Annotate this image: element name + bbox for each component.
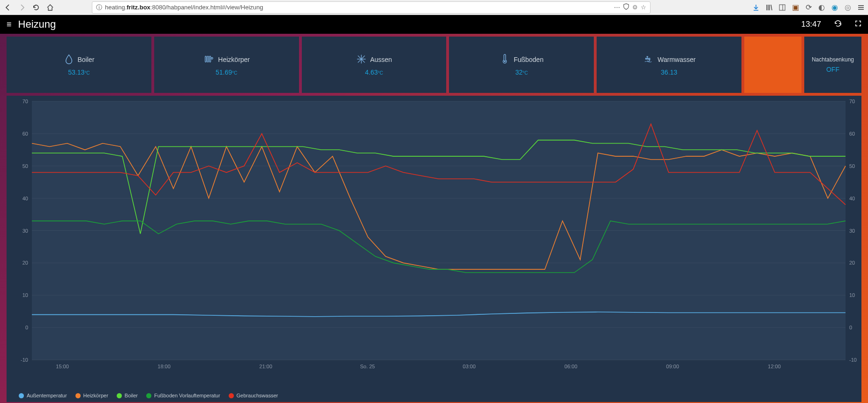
svg-text:21:00: 21:00 bbox=[259, 364, 272, 369]
legend-item[interactable]: Fußboden Vorlauftemperatur bbox=[146, 393, 220, 398]
info-icon: ⓘ bbox=[96, 3, 102, 12]
tile-label: Fußboden bbox=[514, 56, 544, 63]
url-text: heating.fritz.box:8080/habpanel/index.ht… bbox=[105, 4, 611, 11]
ext-icon-2[interactable]: ⟳ bbox=[804, 3, 813, 12]
reload-button[interactable] bbox=[31, 2, 41, 13]
legend-dot-icon bbox=[146, 393, 151, 398]
legend-label: Heizkörper bbox=[83, 393, 108, 398]
tiles-row: Boiler 53.13°C Heizkörper 51.69°C Aussen… bbox=[0, 34, 868, 96]
fullscreen-icon[interactable] bbox=[855, 20, 861, 29]
tile-warmwasser[interactable]: Warmwasser 36.13 bbox=[597, 37, 741, 93]
svg-text:10: 10 bbox=[22, 292, 28, 298]
browser-chrome: ⓘ heating.fritz.box:8080/habpanel/index.… bbox=[0, 0, 868, 15]
menu-icon[interactable] bbox=[857, 3, 865, 12]
header-clock: 13:47 bbox=[801, 20, 821, 29]
chart-svg[interactable]: -10-1000101020203030404050506060707015:0… bbox=[7, 96, 861, 402]
tile-nachtabsenkung[interactable]: Nachtabsenkung OFF bbox=[804, 37, 861, 93]
tile-value: 4.63°C bbox=[365, 68, 383, 76]
svg-text:15:00: 15:00 bbox=[56, 364, 69, 369]
sidebar-icon[interactable] bbox=[778, 3, 786, 12]
bookmark-star-icon[interactable]: ☆ bbox=[641, 4, 646, 11]
legend-dot-icon bbox=[117, 393, 122, 398]
home-button[interactable] bbox=[45, 2, 55, 13]
ext-icon-5[interactable]: ◎ bbox=[844, 3, 852, 12]
svg-rect-3 bbox=[208, 56, 209, 62]
legend-item[interactable]: Boiler bbox=[117, 393, 138, 398]
tile-aussen[interactable]: Aussen 4.63°C bbox=[302, 37, 447, 93]
svg-text:06:00: 06:00 bbox=[564, 364, 577, 369]
svg-text:40: 40 bbox=[22, 196, 28, 201]
svg-text:20: 20 bbox=[849, 260, 855, 266]
svg-text:70: 70 bbox=[22, 99, 28, 104]
svg-point-10 bbox=[504, 60, 506, 62]
hamburger-icon[interactable]: ≡ bbox=[7, 20, 12, 30]
svg-text:50: 50 bbox=[849, 163, 855, 169]
svg-text:-10: -10 bbox=[21, 357, 28, 363]
svg-text:30: 30 bbox=[849, 228, 855, 234]
tile-label: Warmwasser bbox=[658, 56, 696, 63]
tile-label: Boiler bbox=[78, 56, 95, 63]
radiator-icon bbox=[203, 54, 214, 66]
tile-boiler[interactable]: Boiler 53.13°C bbox=[7, 37, 151, 93]
ext-icon-1[interactable]: ▣ bbox=[791, 3, 800, 12]
tile-value: 51.69°C bbox=[216, 68, 237, 76]
svg-text:60: 60 bbox=[849, 131, 855, 137]
legend-dot-icon bbox=[75, 393, 81, 398]
svg-point-5 bbox=[211, 57, 213, 59]
tile-spacer-orange bbox=[744, 37, 801, 93]
svg-text:So. 25: So. 25 bbox=[360, 364, 375, 369]
svg-text:10: 10 bbox=[849, 292, 855, 298]
svg-text:-10: -10 bbox=[849, 357, 857, 363]
ext-icon-4[interactable]: ◉ bbox=[831, 3, 839, 12]
page-title: Heizung bbox=[18, 18, 56, 30]
svg-text:12:00: 12:00 bbox=[768, 364, 781, 369]
svg-text:03:00: 03:00 bbox=[463, 364, 476, 369]
tile-fussboden[interactable]: Fußboden 32°C bbox=[449, 37, 594, 93]
snowflake-icon bbox=[356, 54, 367, 66]
svg-text:50: 50 bbox=[22, 163, 28, 169]
svg-text:18:00: 18:00 bbox=[157, 364, 171, 369]
legend-label: Gebrauchswasser bbox=[237, 393, 278, 398]
library-icon[interactable] bbox=[765, 3, 773, 12]
legend-dot-icon bbox=[19, 393, 24, 398]
legend-label: Außentemperatur bbox=[27, 393, 67, 398]
svg-text:20: 20 bbox=[22, 260, 28, 266]
tile-heizkoerper[interactable]: Heizkörper 51.69°C bbox=[154, 37, 299, 93]
legend-label: Boiler bbox=[125, 393, 138, 398]
more-icon[interactable]: ⋯ bbox=[614, 4, 620, 11]
svg-text:0: 0 bbox=[25, 325, 28, 330]
legend-item[interactable]: Außentemperatur bbox=[19, 393, 67, 398]
legend-label: Fußboden Vorlauftemperatur bbox=[154, 393, 220, 398]
tile-value: 53.13°C bbox=[68, 68, 90, 76]
svg-rect-4 bbox=[210, 56, 211, 62]
svg-text:09:00: 09:00 bbox=[666, 364, 679, 369]
legend-dot-icon bbox=[229, 393, 234, 398]
svg-text:60: 60 bbox=[22, 131, 28, 137]
svg-text:70: 70 bbox=[849, 99, 855, 104]
tile-value: 32°C bbox=[515, 68, 528, 76]
tile-label: Nachtabsenkung bbox=[810, 56, 856, 63]
download-icon[interactable] bbox=[752, 3, 760, 12]
drop-icon bbox=[64, 54, 74, 66]
ext-icon-3[interactable]: ◐ bbox=[817, 3, 826, 12]
back-button[interactable] bbox=[3, 2, 13, 13]
faucet-icon bbox=[643, 54, 654, 66]
tile-value: 36.13 bbox=[661, 68, 677, 76]
chart-legend: AußentemperaturHeizkörperBoilerFußboden … bbox=[19, 393, 278, 398]
toolbar-icons: ▣ ⟳ ◐ ◉ ◎ bbox=[752, 3, 865, 12]
legend-item[interactable]: Gebrauchswasser bbox=[229, 393, 278, 398]
forward-button[interactable] bbox=[17, 2, 27, 13]
svg-rect-2 bbox=[205, 56, 207, 62]
svg-text:30: 30 bbox=[22, 228, 28, 234]
tile-label: Heizkörper bbox=[218, 56, 250, 63]
tile-value: OFF bbox=[826, 66, 839, 73]
shield-icon[interactable] bbox=[623, 3, 629, 11]
url-bar[interactable]: ⓘ heating.fritz.box:8080/habpanel/index.… bbox=[92, 1, 651, 14]
thermo-icon bbox=[500, 54, 510, 66]
svg-text:0: 0 bbox=[849, 325, 852, 330]
gear-icon[interactable]: ⚙ bbox=[632, 4, 638, 11]
header-bar: ≡ Heizung 13:47 bbox=[0, 15, 868, 34]
refresh-icon[interactable] bbox=[834, 20, 842, 29]
legend-item[interactable]: Heizkörper bbox=[75, 393, 108, 398]
chart-panel: -10-1000101020203030404050506060707015:0… bbox=[7, 96, 861, 402]
